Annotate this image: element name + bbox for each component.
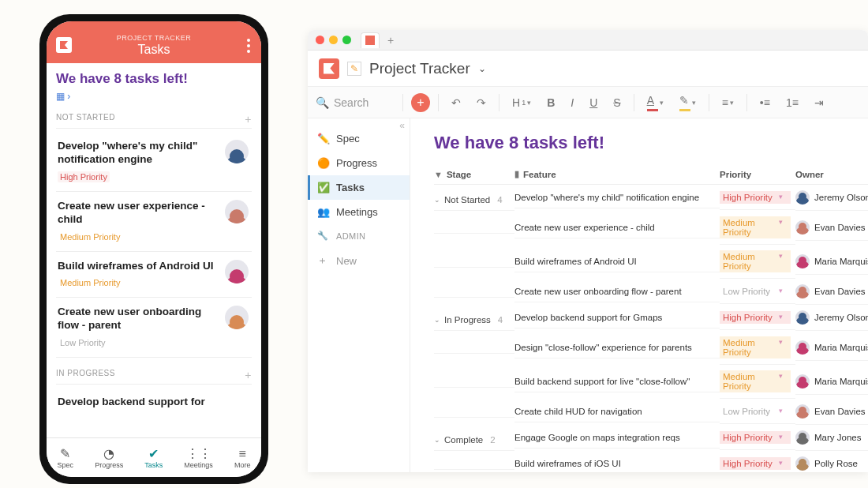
sidebar-item-label: Tasks xyxy=(336,182,365,193)
progress-icon: ◔ xyxy=(95,446,123,461)
task-card[interactable]: Create new user experience - child Mediu… xyxy=(56,192,252,252)
col-stage[interactable]: ▼Stage xyxy=(434,169,514,179)
close-window-icon[interactable] xyxy=(316,36,324,44)
priority-cell[interactable]: Medium Priority▾ xyxy=(720,245,795,279)
priority-cell[interactable]: Medium Priority▾ xyxy=(720,365,795,399)
view-switch-icon[interactable]: ▦ › xyxy=(56,91,252,102)
sidebar-item-admin[interactable]: 🔧ADMIN xyxy=(308,224,410,247)
plus-icon: ＋ xyxy=(317,253,330,268)
strike-button[interactable]: S xyxy=(608,93,625,112)
highlight-button[interactable]: ✎ ▾ xyxy=(675,91,701,114)
sidebar-item-label: ADMIN xyxy=(336,231,365,241)
text-color-button[interactable]: A ▾ xyxy=(642,91,668,114)
owner-cell[interactable]: Maria Marquis xyxy=(795,335,868,361)
col-feature[interactable]: ▮Feature xyxy=(514,169,720,179)
feature-cell[interactable]: Create new user onboarding flow - parent xyxy=(514,281,720,302)
feature-cell[interactable]: Design "close-follow" experience for par… xyxy=(514,337,720,358)
col-priority[interactable]: Priority xyxy=(720,169,795,179)
underline-button[interactable]: U xyxy=(585,93,602,112)
tab-progress[interactable]: ◔Progress xyxy=(95,446,123,469)
collapse-sidebar-icon[interactable]: « xyxy=(399,120,405,131)
tab-meetings[interactable]: ⋮⋮Meetings xyxy=(184,446,213,469)
phone-tabbar: ✎Spec ◔Progress ✔Tasks ⋮⋮Meetings ≡More xyxy=(47,437,261,477)
heading-style-button[interactable]: H1 ▾ xyxy=(507,93,536,112)
avatar xyxy=(795,190,810,205)
add-task-icon[interactable]: + xyxy=(245,113,252,126)
phone-body: We have 8 tasks left! ▦ › NOT STARTED + … xyxy=(47,63,261,425)
owner-cell[interactable]: Evan Davies xyxy=(795,279,868,305)
owner-cell[interactable]: Jeremy Olson xyxy=(795,185,868,211)
avatar xyxy=(795,456,810,471)
number-list-button[interactable]: 1≡ xyxy=(781,93,803,112)
priority-cell[interactable]: High Priority▾ xyxy=(720,452,795,472)
sidebar-item-tasks[interactable]: ✅Tasks xyxy=(308,175,410,200)
bullet-list-button[interactable]: •≡ xyxy=(755,93,775,112)
align-button[interactable]: ≡ ▾ xyxy=(717,93,739,112)
indent-button[interactable]: ⇥ xyxy=(810,93,829,112)
sidebar-item-new[interactable]: ＋New xyxy=(308,247,410,274)
insert-button[interactable]: + xyxy=(411,93,430,112)
browser-tab[interactable] xyxy=(361,32,380,48)
feature-cell[interactable]: Create new user experience - child xyxy=(514,217,720,238)
priority-cell[interactable]: Medium Priority▾ xyxy=(720,331,795,365)
header-title: Tasks xyxy=(56,43,252,57)
owner-cell[interactable]: Evan Davies xyxy=(795,215,868,241)
undo-button[interactable]: ↶ xyxy=(447,93,466,112)
stage-toggle[interactable]: ⌄In Progress4 xyxy=(434,311,503,325)
owner-cell[interactable]: Maria Marquis xyxy=(795,249,868,275)
bookmark-icon: ▮ xyxy=(514,169,519,179)
sidebar-item-meetings[interactable]: 👥Meetings xyxy=(308,200,410,224)
tab-spec[interactable]: ✎Spec xyxy=(58,446,74,469)
tab-more[interactable]: ≡More xyxy=(234,447,251,469)
chevron-down-icon[interactable]: ⌄ xyxy=(478,63,486,74)
chevron-down-icon: ▾ xyxy=(779,218,783,237)
priority-cell[interactable]: Low Priority▾ xyxy=(720,280,795,304)
chevron-down-icon: ⌄ xyxy=(434,316,440,324)
chevron-down-icon: ▾ xyxy=(779,433,783,442)
search-input[interactable]: 🔍 Search xyxy=(316,96,395,109)
feature-cell[interactable]: Build backend support for live "close-fo… xyxy=(514,371,720,392)
sidebar-item-spec[interactable]: ✏️Spec xyxy=(308,126,410,151)
owner-cell[interactable]: Jeremy Olson xyxy=(795,305,868,331)
owner-cell[interactable]: Evan Davies xyxy=(795,399,868,425)
priority-cell[interactable]: Low Priority▾ xyxy=(720,400,795,424)
italic-button[interactable]: I xyxy=(566,93,578,112)
owner-cell[interactable]: Maria Marquis xyxy=(795,369,868,395)
feature-cell[interactable]: Build wireframes of Android UI xyxy=(514,251,720,272)
redo-button[interactable]: ↷ xyxy=(472,93,491,112)
task-title: Create new user experience - child xyxy=(58,200,250,227)
priority-cell[interactable]: High Priority▾ xyxy=(720,426,795,450)
feature-cell[interactable]: Develop backend support for Gmaps xyxy=(514,307,720,328)
add-task-icon[interactable]: + xyxy=(245,369,252,381)
sidebar-item-label: Spec xyxy=(336,133,360,145)
col-owner[interactable]: Owner xyxy=(795,169,868,179)
stage-toggle[interactable]: ⌄Not Started4 xyxy=(434,191,503,205)
app-logo-icon[interactable] xyxy=(319,58,339,79)
task-card[interactable]: Build wireframes of Android UI Medium Pr… xyxy=(56,252,252,298)
task-card[interactable]: Create new user onboarding flow - parent… xyxy=(56,298,252,358)
task-card[interactable]: Develop backend support for xyxy=(56,388,252,417)
doc-title[interactable]: Project Tracker xyxy=(369,60,470,77)
tab-label: More xyxy=(234,461,251,469)
tasks-icon: ✔ xyxy=(144,446,163,461)
owner-cell[interactable]: Mary Jones xyxy=(795,425,868,451)
feature-cell[interactable]: Engage Google on maps integration reqs xyxy=(514,427,720,449)
tab-tasks[interactable]: ✔Tasks xyxy=(144,446,163,469)
task-card[interactable]: Develop "where's my child" notification … xyxy=(56,132,252,192)
sidebar-item-progress[interactable]: 🟠Progress xyxy=(308,151,410,175)
task-title: Develop "where's my child" notification … xyxy=(58,140,250,167)
feature-cell[interactable]: Create child HUD for navigation xyxy=(514,401,720,422)
priority-cell[interactable]: Medium Priority▾ xyxy=(720,211,795,245)
bold-button[interactable]: B xyxy=(542,93,559,112)
maximize-window-icon[interactable] xyxy=(342,36,351,44)
minimize-window-icon[interactable] xyxy=(329,36,338,44)
new-tab-icon[interactable]: + xyxy=(387,34,394,47)
avatar xyxy=(795,220,810,235)
feature-cell[interactable]: Develop "where's my child" notification … xyxy=(514,187,720,208)
priority-cell[interactable]: High Priority▾ xyxy=(720,186,795,210)
sidebar-item-label: Progress xyxy=(336,157,377,169)
owner-cell[interactable]: Polly Rose xyxy=(795,451,868,472)
stage-toggle[interactable]: ⌄Complete2 xyxy=(434,431,496,445)
priority-cell[interactable]: High Priority▾ xyxy=(720,306,795,330)
feature-cell[interactable]: Build wireframes of iOS UI xyxy=(514,453,720,472)
